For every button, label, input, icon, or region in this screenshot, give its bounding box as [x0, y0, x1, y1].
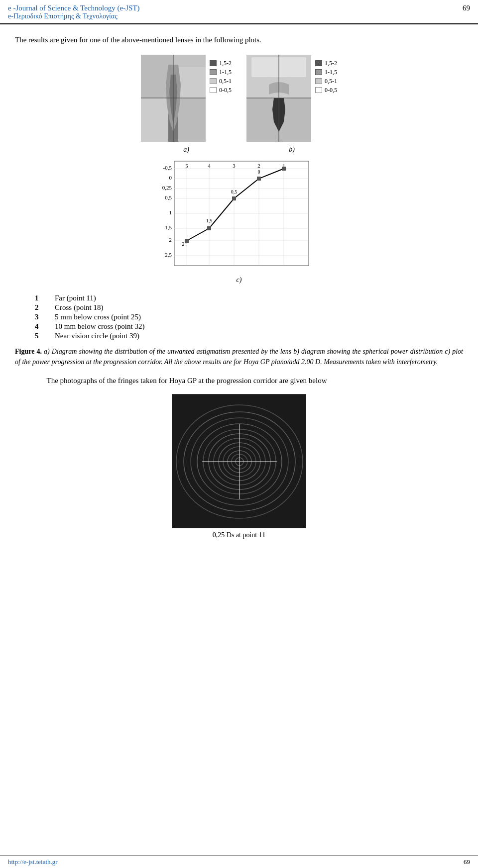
svg-rect-56	[282, 167, 286, 171]
point-label-5: Near vision circle (point 39)	[55, 332, 139, 340]
svg-text:1: 1	[169, 209, 172, 215]
svg-text:0: 0	[258, 169, 260, 175]
legend-b-box-med	[315, 69, 322, 75]
journal-title-gr: e-Περιοδικό Επιστήμης & Τεχνολογίας	[8, 12, 139, 20]
svg-text:1,5: 1,5	[165, 224, 172, 230]
legend-item-4: 0-0,5	[210, 87, 232, 94]
figure-area: 1,5-2 1-1,5 0,5-1 0-0,5	[15, 55, 463, 289]
lens-b-container	[246, 55, 311, 144]
point-list-row-1: 1 Far (point 11)	[35, 294, 463, 302]
point-list-row-3: 3 5 mm below cross (point 25)	[35, 313, 463, 321]
svg-rect-54	[257, 177, 261, 181]
svg-text:0: 0	[169, 175, 172, 181]
point-num-4: 4	[35, 322, 45, 331]
chart-c: -0,5 0 0,25 0,5 1 1,5 2 2,5 5 4 3 2 1	[159, 159, 319, 284]
figure-top-row: 1,5-2 1-1,5 0,5-1 0-0,5	[15, 55, 463, 154]
svg-text:0,5: 0,5	[165, 194, 172, 200]
svg-rect-48	[185, 239, 189, 243]
fringe-photo	[172, 394, 306, 528]
photo-caption: 0,25 Ds at point 11	[213, 531, 265, 539]
svg-text:0,5: 0,5	[231, 189, 238, 194]
legend-label-3: 0,5-1	[219, 78, 232, 85]
legend-label-2: 1-1,5	[219, 69, 232, 76]
svg-text:0,25: 0,25	[162, 185, 172, 191]
point-list-row-4: 4 10 mm below cross (point 32)	[35, 322, 463, 331]
fringe-pattern-svg	[172, 394, 306, 528]
diagram-b: 1,5-2 1-1,5 0,5-1 0-0,5	[246, 55, 337, 154]
svg-rect-52	[232, 196, 236, 200]
legend-label-1: 1,5-2	[219, 60, 232, 67]
legend-item-1: 1,5-2	[210, 60, 232, 67]
photo-para-text: The photographs of the fringes taken for…	[46, 377, 327, 385]
diagram-a: 1,5-2 1-1,5 0,5-1 0-0,5	[141, 55, 232, 154]
svg-text:2: 2	[182, 241, 185, 247]
page-number: 69	[463, 4, 470, 12]
diagram-b-inner: 1,5-2 1-1,5 0,5-1 0-0,5	[246, 55, 337, 144]
legend-b-label-1: 1,5-2	[325, 60, 337, 67]
fig-label-b: b)	[289, 146, 295, 154]
svg-text:2: 2	[169, 237, 172, 243]
lens-b-svg	[246, 55, 311, 142]
journal-title-en: e -Journal of Science & Technology (e-JS…	[8, 4, 139, 12]
figure-caption-label: Figure 4.	[15, 348, 42, 355]
main-content: The results are given for one of the abo…	[0, 24, 478, 549]
legend-b: 1,5-2 1-1,5 0,5-1 0-0,5	[315, 55, 337, 94]
fig-label-a: a)	[183, 146, 189, 154]
legend-b-box-dark	[315, 60, 322, 66]
point-label-2: Cross (point 18)	[55, 303, 104, 312]
journal-title: e -Journal of Science & Technology (e-JS…	[8, 4, 139, 20]
legend-box-med	[210, 69, 217, 75]
legend-item-2: 1-1,5	[210, 69, 232, 76]
point-num-2: 2	[35, 303, 45, 312]
lens-a-container	[141, 55, 206, 144]
intro-paragraph: The results are given for one of the abo…	[15, 34, 463, 46]
point-num-1: 1	[35, 294, 45, 302]
legend-b-item-4: 0-0,5	[315, 87, 337, 94]
legend-b-label-2: 1-1,5	[325, 69, 337, 76]
point-list-row-5: 5 Near vision circle (point 39)	[35, 332, 463, 340]
lens-a-svg	[141, 55, 206, 142]
legend-b-box-light	[315, 78, 322, 84]
intro-text: The results are given for one of the abo…	[15, 34, 261, 46]
legend-box-white	[210, 87, 217, 93]
photo-para: The photographs of the fringes taken for…	[15, 375, 463, 386]
legend-box-dark	[210, 60, 217, 66]
legend-b-box-white	[315, 87, 322, 93]
chart-c-svg: -0,5 0 0,25 0,5 1 1,5 2 2,5 5 4 3 2 1	[159, 159, 319, 273]
point-list-row-2: 2 Cross (point 18)	[35, 303, 463, 312]
legend-a: 1,5-2 1-1,5 0,5-1 0-0,5	[210, 55, 232, 94]
legend-b-label-4: 0-0,5	[325, 87, 337, 94]
svg-rect-50	[207, 226, 211, 230]
footer-url[interactable]: http://e-jst.teiath.gr	[8, 858, 58, 866]
figure-caption-text: a) Diagram showing the distribution of t…	[15, 348, 463, 366]
fig-label-c: c)	[159, 276, 319, 284]
legend-b-item-3: 0,5-1	[315, 78, 337, 85]
photo-section: The photographs of the fringes taken for…	[15, 375, 463, 540]
point-label-3: 5 mm below cross (point 25)	[55, 313, 141, 321]
legend-label-4: 0-0,5	[219, 87, 232, 94]
legend-b-label-3: 0,5-1	[325, 78, 337, 85]
figure-caption: Figure 4. a) Diagram showing the distrib…	[15, 346, 463, 367]
legend-b-item-2: 1-1,5	[315, 69, 337, 76]
page-footer: http://e-jst.teiath.gr 69	[0, 856, 478, 868]
svg-text:-0,5: -0,5	[163, 165, 172, 171]
point-num-3: 3	[35, 313, 45, 321]
footer-page: 69	[464, 858, 470, 866]
point-label-1: Far (point 11)	[55, 294, 96, 302]
point-num-5: 5	[35, 332, 45, 340]
legend-item-3: 0,5-1	[210, 78, 232, 85]
svg-text:1,5: 1,5	[206, 218, 213, 223]
legend-box-light	[210, 78, 217, 84]
svg-text:2,5: 2,5	[165, 252, 172, 258]
page-header: e -Journal of Science & Technology (e-JS…	[0, 0, 478, 24]
point-list: 1 Far (point 11) 2 Cross (point 18) 3 5 …	[35, 294, 463, 340]
point-label-4: 10 mm below cross (point 32)	[55, 322, 144, 331]
photo-container: 0,25 Ds at point 11	[169, 394, 309, 539]
legend-b-item-1: 1,5-2	[315, 60, 337, 67]
diagram-a-inner: 1,5-2 1-1,5 0,5-1 0-0,5	[141, 55, 232, 144]
